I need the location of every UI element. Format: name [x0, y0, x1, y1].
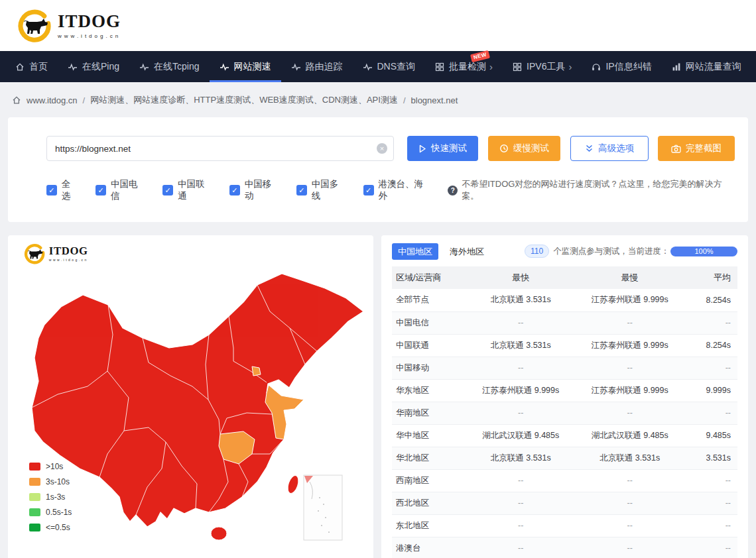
- nav-item[interactable]: 路由追踪: [281, 51, 353, 82]
- clear-input-icon[interactable]: ×: [377, 143, 387, 154]
- checkbox-item[interactable]: ✓中国联通: [162, 178, 213, 202]
- checkbox-item[interactable]: ✓港澳台、海外: [363, 178, 431, 202]
- legend-item[interactable]: 3s-10s: [29, 477, 72, 486]
- nav-item[interactable]: 网站测速: [210, 51, 281, 82]
- table-cell: --: [576, 402, 685, 424]
- header: ITDOG www.itdog.cn: [0, 0, 756, 51]
- checkbox-label: 中国移动: [245, 178, 280, 202]
- checkbox[interactable]: ✓: [229, 185, 240, 195]
- bar-chart-icon: [672, 62, 681, 72]
- full-screenshot-button[interactable]: 完整截图: [658, 136, 735, 161]
- south-china-sea-inset: [304, 475, 342, 540]
- table-cell: 北京联通 3.531s: [466, 289, 576, 311]
- nav-item-label: DNS查询: [377, 61, 416, 73]
- nav-item[interactable]: 网站流量查询: [662, 51, 751, 82]
- column-header: 最慢: [576, 266, 685, 289]
- main-nav: 首页在线Ping在线Tcping网站测速路由追踪DNS查询批量检测›NEWIPV…: [0, 51, 756, 82]
- speed-test-card: × 快速测试 缓慢测试 高级选项 完整截图 ✓全选✓中国电信✓中国联通✓中国移动…: [8, 117, 748, 222]
- quick-test-button[interactable]: 快速测试: [407, 136, 478, 161]
- table-cell: 北京联通 3.531s: [466, 447, 576, 469]
- column-header: 平均: [684, 266, 737, 289]
- nav-item[interactable]: 首页: [5, 51, 58, 82]
- table-cell: --: [576, 537, 685, 558]
- results-table-body: 全部节点北京联通 3.531s江苏泰州联通 9.999s8.254s中国电信--…: [392, 289, 737, 558]
- checkbox[interactable]: ✓: [95, 185, 106, 195]
- legend-item[interactable]: <=0.5s: [29, 523, 72, 532]
- nav-item[interactable]: 在线Ping: [58, 51, 129, 82]
- legend-label: 0.5s-1s: [46, 508, 72, 517]
- legend-item[interactable]: 1s-3s: [29, 492, 72, 502]
- nav-item[interactable]: 批量检测›NEW: [425, 51, 503, 82]
- pulse-icon: [363, 62, 373, 72]
- table-cell: --: [466, 469, 576, 492]
- breadcrumb: www.itdog.cn / 网站测速、网站速度诊断、HTTP速度测试、WEB速…: [0, 82, 756, 117]
- table-cell: --: [466, 402, 576, 424]
- dog-logo-icon: [17, 9, 52, 43]
- table-row: 全部节点北京联通 3.531s江苏泰州联通 9.999s8.254s: [392, 289, 737, 311]
- monitor-count-badge: 110: [525, 245, 549, 258]
- slow-test-button[interactable]: 缓慢测试: [488, 136, 560, 161]
- checkbox[interactable]: ✓: [363, 185, 374, 195]
- checkbox[interactable]: ✓: [296, 185, 307, 195]
- dog-logo-icon: [24, 243, 45, 264]
- double-chevron-down-icon: [585, 144, 594, 153]
- checkbox-item[interactable]: ✓全选: [46, 178, 79, 202]
- results-table: 区域/运营商最快最慢平均 全部节点北京联通 3.531s江苏泰州联通 9.999…: [392, 266, 737, 558]
- progress-label: 100%: [695, 247, 714, 255]
- url-input[interactable]: [46, 136, 394, 161]
- checkbox-item[interactable]: ✓中国电信: [95, 178, 146, 202]
- monitor-text: 个监测点参与测试，当前进度：: [553, 246, 669, 257]
- table-cell: --: [466, 492, 576, 514]
- table-cell: 湖北武汉联通 9.485s: [576, 424, 685, 447]
- tab-overseas-region[interactable]: 海外地区: [444, 243, 490, 260]
- table-cell: 8.254s: [684, 334, 737, 357]
- tab-china-region[interactable]: 中国地区: [392, 243, 438, 260]
- column-header: 区域/运营商: [392, 266, 466, 289]
- results-panel: 中国地区海外地区 110 个监测点参与测试，当前进度： 100% 区域/运营商最…: [381, 235, 748, 558]
- nav-item-label: 首页: [29, 61, 48, 73]
- advanced-options-button[interactable]: 高级选项: [570, 136, 649, 161]
- nav-item[interactable]: IP信息纠错: [582, 51, 661, 82]
- table-cell: --: [684, 402, 737, 424]
- table-row: 西北地区------: [392, 492, 737, 514]
- checkbox[interactable]: ✓: [46, 185, 57, 195]
- checkbox[interactable]: ✓: [162, 185, 173, 195]
- nav-item-label: 在线Tcping: [154, 61, 199, 73]
- nav-item-label: IPV6工具: [527, 61, 565, 73]
- pulse-icon: [220, 62, 229, 72]
- brand-logo[interactable]: ITDOG www.itdog.cn: [17, 9, 121, 43]
- nav-item[interactable]: DNS查询: [353, 51, 426, 82]
- chevron-right-icon: ›: [489, 61, 493, 72]
- table-cell: --: [684, 492, 737, 514]
- table-row: 东北地区------: [392, 514, 737, 537]
- camera-icon: [671, 144, 681, 153]
- nav-item[interactable]: IPV6工具›: [503, 51, 582, 82]
- table-cell: --: [466, 514, 576, 537]
- legend-label: 3s-10s: [46, 477, 70, 486]
- legend-item[interactable]: 0.5s-1s: [29, 508, 72, 517]
- breadcrumb-home[interactable]: www.itdog.cn: [27, 95, 78, 105]
- results-table-head-row: 区域/运营商最快最慢平均: [392, 266, 737, 289]
- checkbox-item[interactable]: ✓中国移动: [229, 178, 280, 202]
- table-row: 华南地区------: [392, 402, 737, 424]
- nav-item-label: IP信息纠错: [605, 61, 651, 73]
- solution-link[interactable]: 点这里: [618, 179, 644, 189]
- region-beijing: [252, 366, 261, 376]
- breadcrumb-section[interactable]: 网站测速、网站速度诊断、HTTP速度测试、WEB速度测试、CDN测速、API测速: [90, 94, 398, 106]
- table-cell: 华中地区: [392, 424, 466, 447]
- breadcrumb-current: blognext.net: [411, 95, 458, 105]
- table-cell: --: [576, 492, 685, 514]
- legend-item[interactable]: >10s: [29, 462, 72, 471]
- table-cell: --: [684, 469, 737, 492]
- table-row: 中国联通北京联通 3.531s江苏泰州联通 9.999s8.254s: [392, 334, 737, 357]
- nav-item[interactable]: 在线Tcping: [129, 51, 209, 82]
- table-cell: 江苏泰州联通 9.999s: [576, 334, 685, 357]
- checkbox-label: 中国多线: [312, 178, 347, 202]
- table-cell: --: [576, 469, 685, 492]
- legend-swatch: [29, 508, 40, 516]
- table-cell: --: [466, 357, 576, 379]
- map-watermark-logo: ITDOG www.itdog.cn: [24, 243, 88, 264]
- legend-swatch: [29, 524, 40, 531]
- checkbox-item[interactable]: ✓中国多线: [296, 178, 347, 202]
- grid-icon: [435, 62, 444, 72]
